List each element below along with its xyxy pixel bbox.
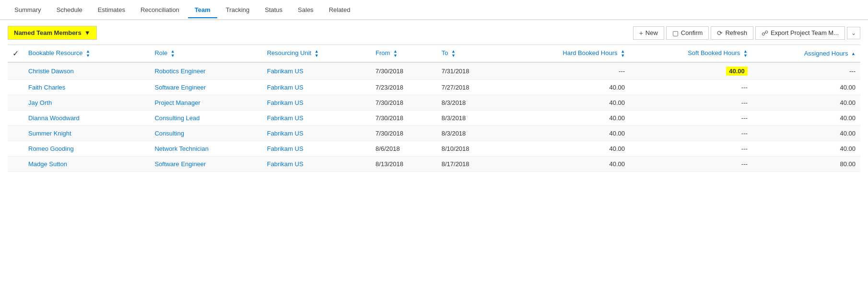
row-bookable-resource[interactable]: Jay Orth: [23, 95, 150, 111]
sort-icons-hard: ▲▼: [621, 49, 625, 58]
tab-summary[interactable]: Summary: [8, 2, 48, 18]
row-bookable-resource[interactable]: Madge Sutton: [23, 157, 150, 172]
row-assigned-hours: ---: [752, 62, 860, 80]
section-label-button[interactable]: Named Team Members ▼: [8, 26, 97, 40]
role-link[interactable]: Project Manager: [154, 99, 200, 106]
tab-related[interactable]: Related: [322, 2, 357, 18]
row-assigned-hours: 40.00: [752, 95, 860, 111]
tab-team[interactable]: Team: [188, 2, 217, 18]
col-assigned-hours[interactable]: Assigned Hours ▲: [752, 45, 860, 63]
row-checkbox[interactable]: [8, 80, 23, 95]
tab-sales[interactable]: Sales: [291, 2, 320, 18]
table-row[interactable]: Faith CharlesSoftware EngineerFabrikam U…: [8, 80, 860, 95]
row-bookable-resource[interactable]: Dianna Woodward: [23, 111, 150, 126]
row-role: Software Engineer: [150, 157, 262, 172]
bookable-resource-link[interactable]: Faith Charles: [28, 84, 65, 91]
role-link[interactable]: Software Engineer: [154, 84, 206, 91]
tab-estimates[interactable]: Estimates: [91, 2, 132, 18]
col-hard-booked-label: Hard Booked Hours: [563, 49, 617, 57]
row-role: Software Engineer: [150, 80, 262, 95]
toolbar: Named Team Members ▼ + New ▢ Confirm ⟳ R…: [8, 26, 860, 40]
table-row[interactable]: Jay OrthProject ManagerFabrikam US7/30/2…: [8, 95, 860, 111]
sort-icons-assigned: ▲: [851, 52, 856, 56]
row-from: 7/30/2018: [371, 126, 437, 141]
sort-icons-bookable: ▲▼: [86, 49, 90, 58]
toolbar-right: + New ▢ Confirm ⟳ Refresh ☍ Export Proje…: [633, 26, 860, 40]
export-button[interactable]: ☍ Export Project Team M...: [755, 26, 845, 40]
sort-icons-resourcing: ▲▼: [315, 49, 319, 58]
tab-schedule[interactable]: Schedule: [50, 2, 89, 18]
col-to[interactable]: To ▲▼: [437, 45, 503, 63]
col-role-label: Role: [154, 49, 167, 57]
col-resourcing-unit[interactable]: Resourcing Unit ▲▼: [262, 45, 371, 63]
bookable-resource-link[interactable]: Madge Sutton: [28, 160, 67, 168]
row-checkbox[interactable]: [8, 111, 23, 126]
row-hard-booked-hours: 40.00: [503, 111, 630, 126]
export-button-label: Export Project Team M...: [771, 29, 839, 36]
row-to: 8/3/2018: [437, 126, 503, 141]
row-from: 8/13/2018: [371, 157, 437, 172]
role-link[interactable]: Consulting: [154, 130, 184, 137]
tab-reconciliation[interactable]: Reconciliation: [134, 2, 186, 18]
role-link[interactable]: Consulting Lead: [154, 114, 199, 122]
resourcing-unit-link[interactable]: Fabrikam US: [267, 84, 304, 91]
col-soft-booked-hours[interactable]: Soft Booked Hours ▲▼: [630, 45, 752, 63]
new-button[interactable]: + New: [633, 26, 664, 40]
bookable-resource-link[interactable]: Summer Knight: [28, 130, 71, 137]
table-row[interactable]: Dianna WoodwardConsulting LeadFabrikam U…: [8, 111, 860, 126]
row-to: 7/31/2018: [437, 62, 503, 80]
table-row[interactable]: Summer KnightConsultingFabrikam US7/30/2…: [8, 126, 860, 141]
row-bookable-resource[interactable]: Christie Dawson: [23, 62, 150, 80]
row-bookable-resource[interactable]: Faith Charles: [23, 80, 150, 95]
row-checkbox[interactable]: [8, 126, 23, 141]
row-resourcing-unit: Fabrikam US: [262, 95, 371, 111]
row-bookable-resource[interactable]: Romeo Gooding: [23, 141, 150, 157]
resourcing-unit-link[interactable]: Fabrikam US: [267, 130, 304, 137]
row-checkbox[interactable]: [8, 141, 23, 157]
table-row[interactable]: Christie DawsonRobotics EngineerFabrikam…: [8, 62, 860, 80]
tab-tracking[interactable]: Tracking: [219, 2, 256, 18]
tab-status[interactable]: Status: [258, 2, 289, 18]
confirm-button-label: Confirm: [681, 29, 703, 36]
role-link[interactable]: Network Technician: [154, 145, 208, 152]
row-hard-booked-hours: 40.00: [503, 157, 630, 172]
row-hard-booked-hours: 40.00: [503, 141, 630, 157]
row-bookable-resource[interactable]: Summer Knight: [23, 126, 150, 141]
team-members-table: ✓ Bookable Resource ▲▼ Role ▲▼ Resourcin…: [8, 45, 860, 172]
row-soft-booked-hours: ---: [630, 126, 752, 141]
row-checkbox[interactable]: [8, 95, 23, 111]
bookable-resource-link[interactable]: Christie Dawson: [28, 68, 74, 75]
row-checkbox[interactable]: [8, 62, 23, 80]
table-row[interactable]: Madge SuttonSoftware EngineerFabrikam US…: [8, 157, 860, 172]
role-link[interactable]: Robotics Engineer: [154, 68, 205, 75]
resourcing-unit-link[interactable]: Fabrikam US: [267, 160, 304, 168]
row-hard-booked-hours: 40.00: [503, 95, 630, 111]
row-from: 7/30/2018: [371, 111, 437, 126]
resourcing-unit-link[interactable]: Fabrikam US: [267, 68, 304, 75]
export-icon: ☍: [762, 29, 768, 37]
bookable-resource-link[interactable]: Romeo Gooding: [28, 145, 74, 152]
toolbar-more-button[interactable]: ⌄: [847, 27, 860, 39]
role-link[interactable]: Software Engineer: [154, 160, 206, 168]
row-to: 7/27/2018: [437, 80, 503, 95]
row-role: Consulting: [150, 126, 262, 141]
col-hard-booked-hours[interactable]: Hard Booked Hours ▲▼: [503, 45, 630, 63]
resourcing-unit-link[interactable]: Fabrikam US: [267, 145, 304, 152]
row-soft-booked-hours: ---: [630, 111, 752, 126]
select-all-checkbox[interactable]: ✓: [8, 45, 23, 63]
col-from[interactable]: From ▲▼: [371, 45, 437, 63]
bookable-resource-link[interactable]: Jay Orth: [28, 99, 52, 106]
refresh-button[interactable]: ⟳ Refresh: [711, 26, 753, 40]
col-resourcing-unit-label: Resourcing Unit: [267, 49, 312, 57]
resourcing-unit-link[interactable]: Fabrikam US: [267, 99, 304, 106]
row-from: 8/6/2018: [371, 141, 437, 157]
table-row[interactable]: Romeo GoodingNetwork TechnicianFabrikam …: [8, 141, 860, 157]
bookable-resource-link[interactable]: Dianna Woodward: [28, 114, 80, 122]
row-resourcing-unit: Fabrikam US: [262, 80, 371, 95]
row-checkbox[interactable]: [8, 157, 23, 172]
resourcing-unit-link[interactable]: Fabrikam US: [267, 114, 304, 122]
confirm-button[interactable]: ▢ Confirm: [666, 26, 709, 40]
row-to: 8/10/2018: [437, 141, 503, 157]
col-role[interactable]: Role ▲▼: [150, 45, 262, 63]
col-bookable-resource[interactable]: Bookable Resource ▲▼: [23, 45, 150, 63]
